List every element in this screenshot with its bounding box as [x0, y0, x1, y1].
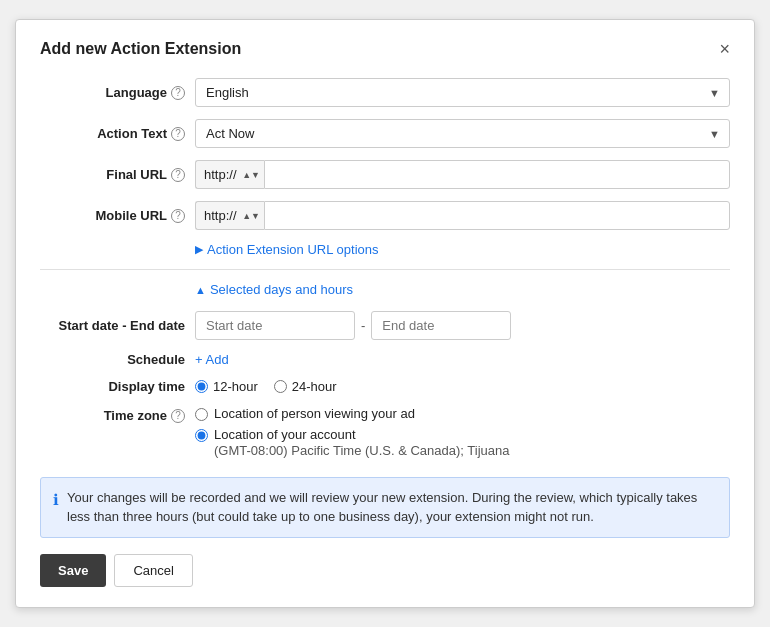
- tz-option1-label: Location of person viewing your ad: [214, 406, 415, 421]
- mobile-url-control: http:// https:// ▲▼: [195, 201, 730, 230]
- radio-24h-text: 24-hour: [292, 379, 337, 394]
- info-text: Your changes will be recorded and we wil…: [67, 488, 717, 527]
- action-text-label: Action Text ?: [40, 126, 195, 141]
- mobile-url-row-inner: http:// https:// ▲▼: [195, 201, 730, 230]
- display-time-row: Display time 12-hour 24-hour: [40, 379, 730, 394]
- modal-title: Add new Action Extension: [40, 40, 241, 58]
- radio-24h-input[interactable]: [274, 380, 287, 393]
- tz-option2-input[interactable]: [195, 429, 208, 442]
- final-url-protocol-wrapper: http:// https:// ▲▼: [195, 160, 264, 189]
- time-zone-label: Time zone ?: [40, 406, 195, 423]
- timezone-options: Location of person viewing your ad Locat…: [195, 406, 730, 460]
- tz-option2[interactable]: Location of your account (GMT-08:00) Pac…: [195, 427, 730, 460]
- language-select-wrapper: English Spanish French German ▼: [195, 78, 730, 107]
- action-text-help-icon[interactable]: ?: [171, 127, 185, 141]
- action-text-control: Act Now Apply Now Book Now Contact Us Do…: [195, 119, 730, 148]
- cancel-button[interactable]: Cancel: [114, 554, 192, 587]
- display-time-label: Display time: [40, 379, 195, 394]
- tz-option2-detail: (GMT-08:00) Pacific Time (U.S. & Canada)…: [214, 442, 510, 460]
- chevron-right-icon: ▶: [195, 243, 203, 256]
- final-url-label: Final URL ?: [40, 167, 195, 182]
- time-zone-help-icon[interactable]: ?: [171, 409, 185, 423]
- language-row: Language ? English Spanish French German…: [40, 78, 730, 107]
- radio-24h-label[interactable]: 24-hour: [274, 379, 337, 394]
- mobile-url-protocol-wrapper: http:// https:// ▲▼: [195, 201, 264, 230]
- action-text-select[interactable]: Act Now Apply Now Book Now Contact Us Do…: [195, 119, 730, 148]
- modal-header: Add new Action Extension ×: [40, 40, 730, 58]
- schedule-row: Schedule + Add: [40, 352, 730, 367]
- add-label: Add: [206, 352, 229, 367]
- final-url-row-inner: http:// https:// ▲▼: [195, 160, 730, 189]
- chevron-down-icon: ▲: [195, 284, 206, 296]
- radio-12h-label[interactable]: 12-hour: [195, 379, 258, 394]
- schedule-label: Schedule: [40, 352, 195, 367]
- start-date-input[interactable]: [195, 311, 355, 340]
- tz-option2-label: Location of your account: [214, 427, 510, 442]
- schedule-add-link[interactable]: + Add: [195, 352, 730, 367]
- action-extension-url-link[interactable]: ▶ Action Extension URL options: [195, 242, 379, 257]
- selected-days-link[interactable]: ▲ Selected days and hours: [195, 282, 353, 297]
- tz-option1[interactable]: Location of person viewing your ad: [195, 406, 730, 421]
- mobile-url-label: Mobile URL ?: [40, 208, 195, 223]
- mobile-url-help-icon[interactable]: ?: [171, 209, 185, 223]
- button-row: Save Cancel: [40, 554, 730, 587]
- plus-icon: +: [195, 352, 203, 367]
- selected-days-section-header: ▲ Selected days and hours: [40, 282, 730, 297]
- divider-1: [40, 269, 730, 270]
- mobile-url-input[interactable]: [264, 201, 730, 230]
- tz-option1-input[interactable]: [195, 408, 208, 421]
- date-row: Start date - End date -: [40, 311, 730, 340]
- tz-option2-content: Location of your account (GMT-08:00) Pac…: [214, 427, 510, 460]
- end-date-input[interactable]: [371, 311, 511, 340]
- info-icon: ℹ: [53, 489, 59, 512]
- language-control: English Spanish French German ▼: [195, 78, 730, 107]
- date-control: -: [195, 311, 730, 340]
- action-extension-url-link-row: ▶ Action Extension URL options: [40, 242, 730, 257]
- final-url-row: Final URL ? http:// https:// ▲▼: [40, 160, 730, 189]
- date-inputs: -: [195, 311, 730, 340]
- action-text-row: Action Text ? Act Now Apply Now Book Now…: [40, 119, 730, 148]
- mobile-url-row: Mobile URL ? http:// https:// ▲▼: [40, 201, 730, 230]
- time-zone-row: Time zone ? Location of person viewing y…: [40, 406, 730, 460]
- language-label: Language ?: [40, 85, 195, 100]
- radio-12h-text: 12-hour: [213, 379, 258, 394]
- action-text-select-wrapper: Act Now Apply Now Book Now Contact Us Do…: [195, 119, 730, 148]
- final-url-protocol-select[interactable]: http:// https://: [195, 160, 264, 189]
- time-zone-control: Location of person viewing your ad Locat…: [195, 406, 730, 460]
- display-time-control: 12-hour 24-hour: [195, 379, 730, 394]
- date-separator: -: [361, 318, 365, 333]
- radio-12h-input[interactable]: [195, 380, 208, 393]
- modal: Add new Action Extension × Language ? En…: [15, 19, 755, 607]
- schedule-control: + Add: [195, 352, 730, 367]
- info-box: ℹ Your changes will be recorded and we w…: [40, 477, 730, 538]
- display-time-radio-group: 12-hour 24-hour: [195, 379, 730, 394]
- final-url-input[interactable]: [264, 160, 730, 189]
- close-button[interactable]: ×: [719, 40, 730, 58]
- language-select[interactable]: English Spanish French German: [195, 78, 730, 107]
- date-label: Start date - End date: [40, 318, 195, 333]
- final-url-control: http:// https:// ▲▼: [195, 160, 730, 189]
- save-button[interactable]: Save: [40, 554, 106, 587]
- language-help-icon[interactable]: ?: [171, 86, 185, 100]
- final-url-help-icon[interactable]: ?: [171, 168, 185, 182]
- mobile-url-protocol-select[interactable]: http:// https://: [195, 201, 264, 230]
